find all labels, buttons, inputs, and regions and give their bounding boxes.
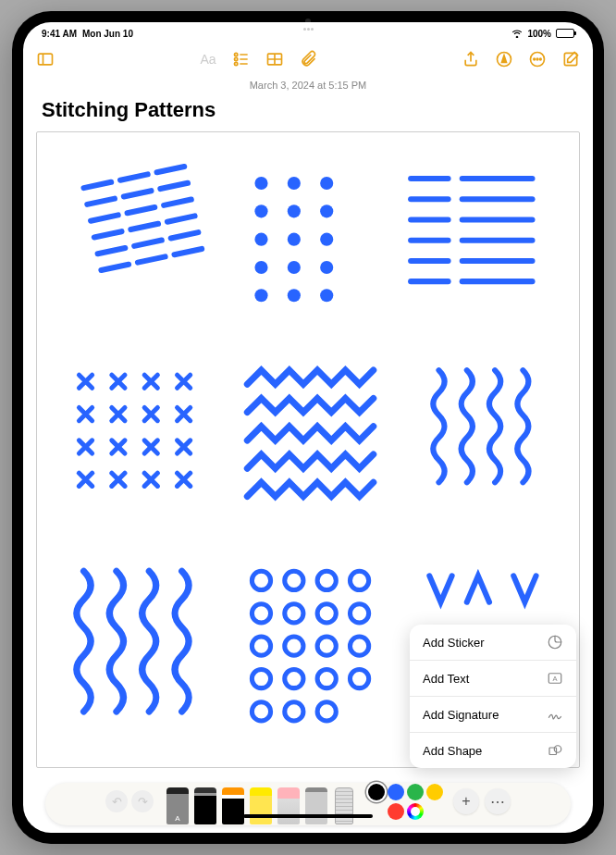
svg-point-40 <box>320 204 333 217</box>
add-text-item[interactable]: Add Text A <box>410 661 576 697</box>
svg-point-109 <box>350 669 368 688</box>
add-shape-item[interactable]: Add Shape <box>410 733 576 768</box>
top-toolbar: Aa <box>23 43 593 76</box>
svg-line-24 <box>128 207 155 213</box>
svg-point-97 <box>350 571 368 589</box>
color-yellow[interactable] <box>426 784 443 800</box>
attachment-button[interactable] <box>299 50 317 68</box>
svg-point-36 <box>288 177 301 190</box>
svg-line-25 <box>164 200 191 205</box>
svg-point-104 <box>317 637 336 655</box>
svg-point-2 <box>235 53 238 56</box>
handwriting-pen-tool[interactable] <box>165 784 191 824</box>
svg-line-21 <box>124 191 152 196</box>
svg-line-26 <box>94 231 122 237</box>
svg-line-20 <box>87 199 115 204</box>
shapes-icon <box>547 742 563 759</box>
checklist-button[interactable] <box>232 50 251 68</box>
svg-point-6 <box>235 62 238 65</box>
compose-button[interactable] <box>561 50 580 68</box>
svg-point-14 <box>536 58 538 60</box>
svg-point-44 <box>254 261 267 274</box>
add-menu-popup: Add Sticker Add Text A Add Signature Add… <box>410 625 576 768</box>
svg-point-96 <box>317 571 336 589</box>
color-blue[interactable] <box>388 784 404 800</box>
color-black[interactable] <box>368 784 385 800</box>
add-sticker-item[interactable]: Add Sticker <box>410 625 576 661</box>
svg-rect-16 <box>564 53 576 65</box>
svg-point-95 <box>285 571 303 589</box>
svg-point-41 <box>254 233 267 246</box>
note-date: March 3, 2024 at 5:15 PM <box>23 76 593 94</box>
marker-tool[interactable] <box>220 784 246 824</box>
svg-point-45 <box>288 261 301 274</box>
svg-point-105 <box>350 637 368 655</box>
svg-line-17 <box>84 182 112 188</box>
svg-point-43 <box>320 233 333 246</box>
svg-point-98 <box>252 604 270 623</box>
battery-icon <box>556 29 574 38</box>
svg-point-39 <box>288 204 301 217</box>
more-button[interactable] <box>528 50 547 68</box>
add-signature-item[interactable]: Add Signature <box>410 697 576 733</box>
text-format-button[interactable]: Aa <box>199 50 217 68</box>
table-button[interactable] <box>265 50 284 68</box>
color-swatches <box>364 784 446 820</box>
multitask-dots[interactable] <box>302 28 314 31</box>
color-green[interactable] <box>407 784 424 800</box>
svg-point-102 <box>252 637 270 655</box>
sidebar-toggle-button[interactable] <box>36 50 55 68</box>
svg-text:A: A <box>552 675 557 683</box>
svg-line-33 <box>138 256 166 262</box>
svg-line-22 <box>160 183 188 189</box>
lasso-tool[interactable] <box>303 784 329 824</box>
ruler-tool[interactable] <box>331 784 357 824</box>
status-date: Mon Jun 10 <box>82 29 133 39</box>
svg-point-35 <box>254 177 267 190</box>
svg-point-94 <box>252 571 270 589</box>
svg-point-37 <box>320 177 333 190</box>
svg-line-30 <box>134 241 162 246</box>
svg-point-108 <box>317 669 336 688</box>
status-time: 9:41 AM <box>42 29 77 39</box>
svg-point-15 <box>540 58 542 60</box>
home-indicator[interactable] <box>243 814 373 818</box>
redo-button[interactable]: ↷ <box>131 790 154 812</box>
svg-line-18 <box>120 174 148 180</box>
color-picker-button[interactable] <box>407 803 424 820</box>
pen-tool[interactable] <box>192 778 218 824</box>
svg-point-112 <box>317 702 336 721</box>
text-box-icon: A <box>547 670 563 687</box>
svg-point-42 <box>288 233 301 246</box>
color-red[interactable] <box>388 803 404 820</box>
svg-point-99 <box>285 604 303 623</box>
battery-pct: 100% <box>527 29 551 39</box>
svg-point-48 <box>288 289 301 302</box>
svg-line-31 <box>171 232 199 238</box>
share-button[interactable] <box>462 50 480 68</box>
eraser-tool[interactable] <box>276 784 302 824</box>
status-bar: 9:41 AM Mon Jun 10 100% <box>23 22 593 43</box>
svg-point-110 <box>252 702 270 721</box>
wifi-icon <box>511 29 523 38</box>
palette-more-button[interactable]: ⋯ <box>485 788 511 814</box>
svg-line-34 <box>174 249 202 254</box>
svg-point-103 <box>285 637 303 655</box>
svg-point-107 <box>285 669 303 688</box>
svg-point-13 <box>534 58 536 60</box>
note-title[interactable]: Stitching Patterns <box>23 94 593 131</box>
svg-point-38 <box>254 204 267 217</box>
svg-point-47 <box>254 289 267 302</box>
svg-point-116 <box>554 746 561 753</box>
highlighter-tool[interactable] <box>248 784 274 824</box>
add-element-button[interactable]: + <box>453 788 479 814</box>
svg-point-46 <box>320 261 333 274</box>
svg-point-106 <box>252 669 270 688</box>
svg-point-100 <box>317 604 336 623</box>
tool-palette: ↶ ↷ + ⋯ <box>23 775 593 833</box>
svg-point-101 <box>350 604 368 623</box>
markup-button[interactable] <box>495 50 513 68</box>
svg-point-4 <box>235 57 238 60</box>
undo-button[interactable]: ↶ <box>105 790 128 812</box>
svg-point-111 <box>285 702 303 721</box>
